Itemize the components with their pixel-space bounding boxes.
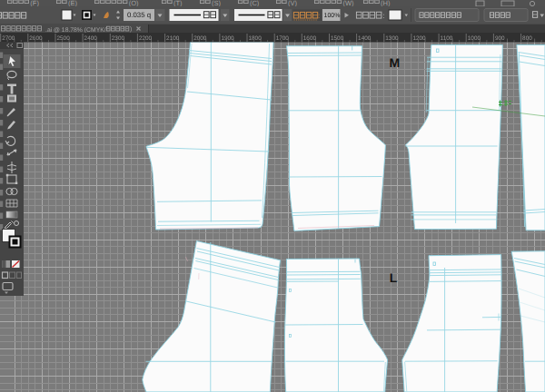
svg-text:1800: 1800 (249, 35, 263, 42)
svg-text:(V): (V) (288, 0, 298, 7)
svg-text:1700: 1700 (276, 35, 290, 42)
svg-text:2300: 2300 (112, 35, 125, 42)
svg-text:(W): (W) (343, 0, 355, 7)
svg-text:2000: 2000 (193, 35, 207, 42)
svg-text:(T): (T) (173, 0, 183, 7)
svg-text:(H): (H) (381, 0, 391, 7)
svg-text:2600: 2600 (29, 35, 43, 42)
svg-text:(C): (C) (250, 0, 260, 7)
svg-text:(O): (O) (129, 0, 139, 7)
svg-text:900: 900 (495, 35, 505, 42)
svg-text:1300: 1300 (385, 35, 399, 42)
svg-text:1100: 1100 (441, 35, 453, 42)
svg-text:2700: 2700 (2, 35, 15, 42)
svg-text:2100: 2100 (166, 35, 180, 42)
svg-text:L: L (390, 270, 398, 285)
svg-text::: : (318, 12, 320, 20)
svg-text:800: 800 (522, 35, 532, 42)
svg-text:): ) (130, 26, 132, 33)
svg-text:2400: 2400 (84, 35, 98, 42)
svg-text:(S): (S) (212, 0, 222, 7)
svg-text:1200: 1200 (412, 35, 426, 42)
svg-text::: : (383, 12, 385, 20)
svg-text:1500: 1500 (331, 35, 344, 42)
svg-text:M: M (390, 55, 401, 70)
svg-text:1900: 1900 (221, 35, 234, 42)
svg-text:(E): (E) (68, 0, 78, 7)
svg-text:0.035 q: 0.035 q (127, 11, 151, 19)
svg-text:2200: 2200 (139, 35, 153, 42)
svg-text:(F): (F) (30, 0, 39, 7)
svg-text:1000: 1000 (468, 35, 481, 42)
svg-text:1400: 1400 (358, 35, 372, 42)
svg-text:2500: 2500 (57, 35, 71, 42)
svg-text:1600: 1600 (303, 35, 317, 42)
svg-text:100%: 100% (324, 13, 341, 19)
svg-text:.ai @ 18.78% (CMYK/: .ai @ 18.78% (CMYK/ (45, 27, 106, 34)
